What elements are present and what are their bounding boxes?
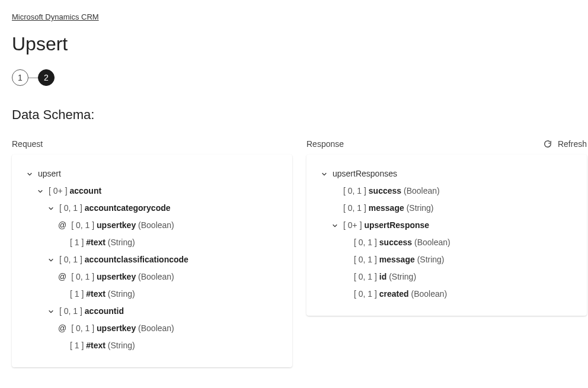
tree-node: [ 1 ] #text (String) [21,286,283,303]
tree-node: [ 0, 1 ] success (Boolean) [316,234,577,251]
chevron-down-icon[interactable] [37,188,44,194]
page-title: Upsert [12,33,587,55]
tree-node: [ 0, 1 ] id (String) [316,268,577,286]
tree-node: @[ 0, 1 ] upsertkey (Boolean) [21,320,283,337]
tree-node: @[ 0, 1 ] upsertkey (Boolean) [21,268,283,286]
chevron-down-icon[interactable] [47,309,55,315]
request-column: Request upsert[ 0+ ] account[ 0, 1 ] acc… [12,139,292,367]
tree-node[interactable]: upsert [21,165,283,182]
tree-node-label: [ 0+ ] upsertResponse [343,219,429,232]
attribute-icon: @ [58,271,66,283]
response-panel: upsertResponses[ 0, 1 ] success (Boolean… [306,155,587,316]
tree-node-label: [ 1 ] #text (String) [70,288,135,300]
breadcrumb[interactable]: Microsoft Dynamics CRM [12,12,99,21]
tree-node-label: [ 0, 1 ] accountclassificationcode [59,254,188,266]
step-1[interactable]: 1 [12,69,28,86]
tree-node-label: [ 1 ] #text (String) [70,236,135,249]
chevron-down-icon[interactable] [321,171,328,177]
chevron-down-icon[interactable] [47,206,55,211]
response-column: Response upsertResponses[ 0, 1 ] success… [306,139,587,367]
tree-node-label: [ 0, 1 ] created (Boolean) [354,288,447,300]
tree-node: @[ 0, 1 ] upsertkey (Boolean) [21,217,283,234]
step-2[interactable]: 2 [38,69,55,86]
chevron-down-icon[interactable] [47,257,55,263]
tree-node-label: upsertResponses [333,168,397,180]
stepper: 1 2 [12,69,587,86]
tree-node-label: [ 1 ] #text (String) [70,339,135,352]
step-connector [28,78,38,78]
section-title: Data Schema: [12,107,587,123]
request-column-label: Request [12,139,292,149]
tree-node-label: [ 0, 1 ] success (Boolean) [343,185,440,197]
tree-node-label: [ 0, 1 ] accountcategorycode [59,202,171,214]
tree-node-label: [ 0, 1 ] upsertkey (Boolean) [71,271,174,283]
tree-node[interactable]: [ 0, 1 ] accountid [21,303,283,320]
tree-node: [ 0, 1 ] success (Boolean) [316,182,577,200]
tree-node-label: [ 0, 1 ] upsertkey (Boolean) [71,322,174,335]
tree-node-label: [ 0, 1 ] message (String) [354,254,445,266]
request-panel: upsert[ 0+ ] account[ 0, 1 ] accountcate… [12,155,292,367]
chevron-down-icon[interactable] [331,223,338,229]
attribute-icon: @ [58,219,66,232]
tree-node: [ 0, 1 ] message (String) [316,200,577,217]
chevron-down-icon[interactable] [26,171,33,177]
tree-node-label: [ 0, 1 ] success (Boolean) [354,236,450,249]
tree-node: [ 0, 1 ] created (Boolean) [316,286,577,303]
tree-node-label: [ 0, 1 ] message (String) [343,202,434,214]
attribute-icon: @ [58,322,66,335]
tree-node-label: [ 0, 1 ] accountid [59,305,124,318]
tree-node-label: [ 0, 1 ] upsertkey (Boolean) [71,219,174,232]
tree-node: [ 1 ] #text (String) [21,337,283,354]
tree-node-label: [ 0+ ] account [49,185,101,197]
tree-node-label: upsert [38,168,61,180]
tree-node: [ 1 ] #text (String) [21,234,283,251]
tree-node[interactable]: [ 0, 1 ] accountclassificationcode [21,251,283,268]
tree-node[interactable]: [ 0+ ] upsertResponse [316,217,577,234]
tree-node[interactable]: [ 0, 1 ] accountcategorycode [21,200,283,217]
response-column-label: Response [306,139,587,149]
tree-node[interactable]: [ 0+ ] account [21,182,283,200]
tree-node: [ 0, 1 ] message (String) [316,251,577,268]
tree-node[interactable]: upsertResponses [316,165,577,182]
tree-node-label: [ 0, 1 ] id (String) [354,271,416,283]
